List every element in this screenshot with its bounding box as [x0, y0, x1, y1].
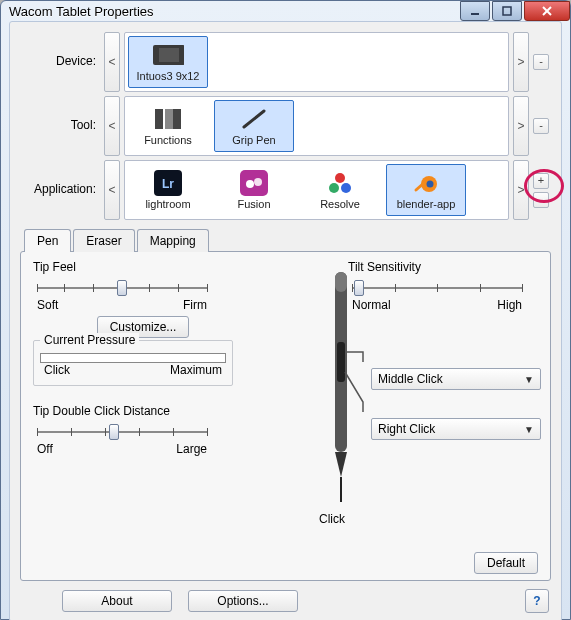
dblclick-thumb[interactable]	[109, 424, 119, 440]
pressure-title: Current Pressure	[40, 333, 139, 347]
fusion-icon	[238, 170, 270, 196]
help-button[interactable]: ?	[525, 589, 549, 613]
left-column: Tip Feel SoftFirm Customize... Curren	[33, 260, 253, 456]
pen-icon	[238, 106, 270, 132]
tablet-icon	[152, 42, 184, 68]
tipfeel-left: Soft	[37, 298, 58, 312]
svg-rect-1	[503, 7, 511, 15]
svg-line-9	[244, 111, 264, 127]
pressure-fieldset: Current Pressure ClickMaximum	[33, 340, 233, 386]
tab-pen[interactable]: Pen	[24, 229, 71, 252]
tip-label: Click	[319, 512, 345, 526]
chevron-down-icon: ▼	[524, 424, 534, 435]
app-tile-resolve-label: Resolve	[320, 198, 360, 210]
tipfeel-title: Tip Feel	[33, 260, 253, 274]
app-window: Wacom Tablet Properties Device: < Intuos…	[0, 0, 571, 620]
tool-tile-grip-pen-label: Grip Pen	[232, 134, 275, 146]
app-tile-blender[interactable]: blender-app	[386, 164, 466, 216]
tool-remove-button[interactable]: -	[533, 118, 549, 134]
blender-icon	[410, 170, 442, 196]
application-strip: Lr lightroom Fusion Resolve blender-app	[124, 160, 509, 220]
tab-headers: Pen Eraser Mapping	[24, 228, 551, 251]
default-button[interactable]: Default	[474, 552, 538, 574]
tilt-right: High	[497, 298, 522, 312]
chevron-down-icon: ▼	[524, 374, 534, 385]
tool-tile-functions[interactable]: Functions	[128, 100, 208, 152]
dblclick-title: Tip Double Click Distance	[33, 404, 253, 418]
lower-button-value: Right Click	[378, 422, 435, 436]
device-side: -	[533, 32, 551, 92]
resolve-icon	[324, 170, 356, 196]
lower-button-group: Right Click ▼	[371, 418, 541, 440]
svg-marker-23	[335, 452, 347, 477]
tipfeel-slider-box: SoftFirm	[33, 278, 253, 312]
tab-mapping[interactable]: Mapping	[137, 229, 209, 252]
dblclick-slider[interactable]	[37, 422, 207, 442]
svg-point-17	[341, 183, 351, 193]
functions-icon	[152, 106, 184, 132]
tab-eraser[interactable]: Eraser	[73, 229, 134, 252]
app-scroll-right[interactable]: >	[513, 160, 529, 220]
app-add-button[interactable]: +	[533, 173, 549, 189]
device-scroll-right[interactable]: >	[513, 32, 529, 92]
tool-row: Tool: < Functions Grip Pen > -	[20, 96, 551, 156]
about-button[interactable]: About	[62, 590, 172, 612]
maximize-button[interactable]	[492, 1, 522, 21]
tool-scroll-left[interactable]: <	[104, 96, 120, 156]
lower-button-combo[interactable]: Right Click ▼	[371, 418, 541, 440]
dblclick-left: Off	[37, 442, 53, 456]
tool-tile-grip-pen[interactable]: Grip Pen	[214, 100, 294, 152]
tilt-group: Tilt Sensitivity NormalHigh	[348, 260, 538, 312]
pressure-bar	[40, 353, 226, 363]
app-tile-fusion[interactable]: Fusion	[214, 164, 294, 216]
svg-point-14	[254, 178, 262, 186]
app-tile-resolve[interactable]: Resolve	[300, 164, 380, 216]
device-remove-button[interactable]: -	[533, 54, 549, 70]
tool-tile-functions-label: Functions	[144, 134, 192, 146]
svg-text:Lr: Lr	[162, 177, 174, 191]
svg-point-16	[329, 183, 339, 193]
app-tile-lightroom-label: lightroom	[145, 198, 190, 210]
upper-button-value: Middle Click	[378, 372, 443, 386]
svg-point-19	[427, 181, 434, 188]
app-tile-lightroom[interactable]: Lr lightroom	[128, 164, 208, 216]
app-tile-blender-label: blender-app	[397, 198, 456, 210]
application-label: Application:	[20, 160, 100, 220]
app-remove-button[interactable]: -	[533, 192, 549, 208]
tipfeel-right: Firm	[183, 298, 207, 312]
tool-side: -	[533, 96, 551, 156]
svg-rect-12	[240, 170, 268, 196]
footer: About Options... ?	[20, 585, 551, 613]
svg-rect-0	[471, 13, 479, 15]
tool-strip: Functions Grip Pen	[124, 96, 509, 156]
window-title: Wacom Tablet Properties	[9, 4, 154, 19]
device-label: Device:	[20, 32, 100, 92]
titlebar: Wacom Tablet Properties	[1, 1, 570, 21]
minimize-button[interactable]	[460, 1, 490, 21]
device-tile-intuos3[interactable]: Intuos3 9x12	[128, 36, 208, 88]
device-strip: Intuos3 9x12	[124, 32, 509, 92]
app-scroll-left[interactable]: <	[104, 160, 120, 220]
svg-rect-21	[335, 272, 347, 292]
application-row: Application: < Lr lightroom Fusion Resol…	[20, 160, 551, 220]
client-area: Device: < Intuos3 9x12 > - Tool: < Funct…	[9, 21, 562, 620]
tilt-title: Tilt Sensitivity	[348, 260, 538, 274]
options-button[interactable]: Options...	[188, 590, 298, 612]
pressure-right: Maximum	[170, 363, 222, 377]
tipfeel-thumb[interactable]	[117, 280, 127, 296]
tabs-area: Pen Eraser Mapping Tip Feel SoftFirm	[20, 228, 551, 581]
device-tile-label: Intuos3 9x12	[137, 70, 200, 82]
upper-button-combo[interactable]: Middle Click ▼	[371, 368, 541, 390]
device-scroll-left[interactable]: <	[104, 32, 120, 92]
svg-point-15	[335, 173, 345, 183]
close-button[interactable]	[524, 1, 570, 21]
tilt-slider[interactable]	[352, 278, 522, 298]
upper-button-group: Middle Click ▼	[371, 368, 541, 390]
tool-scroll-right[interactable]: >	[513, 96, 529, 156]
app-side: + -	[533, 160, 551, 220]
svg-rect-6	[155, 109, 163, 129]
dblclick-right: Large	[176, 442, 207, 456]
pen-illustration	[321, 252, 361, 482]
tipfeel-slider[interactable]	[37, 278, 207, 298]
tool-label: Tool:	[20, 96, 100, 156]
